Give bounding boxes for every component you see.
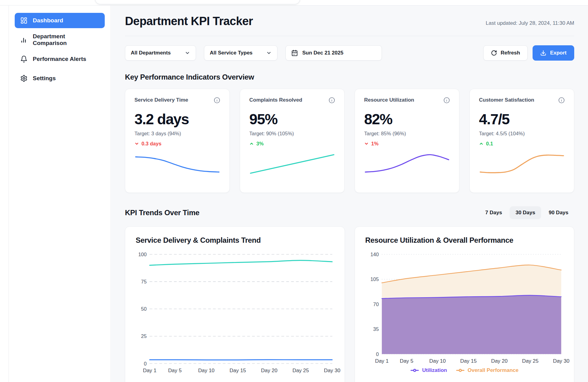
sparkline-chart xyxy=(249,152,335,177)
dashboard-grid-icon xyxy=(20,17,28,24)
kpi-delta: 1% xyxy=(364,141,450,147)
trend-direction-icon xyxy=(249,141,254,146)
sidebar-item-performance-alerts[interactable]: Performance Alerts xyxy=(15,51,105,67)
refresh-icon xyxy=(491,50,497,56)
legend-item-overall-performance[interactable]: Overall Performance xyxy=(456,367,518,373)
svg-text:Day 10: Day 10 xyxy=(198,368,215,373)
area-chart: 03570105140Day 1Day 5Day 10Day 15Day 20D… xyxy=(365,251,564,365)
legend-marker-icon xyxy=(456,369,465,372)
download-icon xyxy=(540,50,546,56)
kpi-card-service-delivery-time: Service Delivery Time 3.2 days Target: 3… xyxy=(125,89,230,193)
bell-icon xyxy=(20,55,28,63)
chart-title: Resource Utilization & Overall Performan… xyxy=(365,236,564,245)
service-delivery-complaints-chart-card: Service Delivery & Complaints Trend 0255… xyxy=(125,227,345,382)
kpi-card-title: Customer Satisfaction xyxy=(479,97,534,103)
svg-text:25: 25 xyxy=(141,333,147,339)
sparkline-chart xyxy=(134,152,220,177)
kpi-card-title: Complaints Resolved xyxy=(249,97,302,103)
legend-item-utilization[interactable]: Utilization xyxy=(410,367,447,373)
svg-text:Day 15: Day 15 xyxy=(230,368,246,373)
chevron-down-icon xyxy=(185,50,190,56)
svg-text:Day 20: Day 20 xyxy=(491,358,507,364)
legend-label: Utilization xyxy=(422,367,447,373)
date-picker-value: Sun Dec 21 2025 xyxy=(302,50,343,56)
last-updated-text: Last updated: July 28, 2024, 11:30 AM xyxy=(486,20,574,26)
svg-text:Day 15: Day 15 xyxy=(460,358,477,364)
trend-charts-grid: Service Delivery & Complaints Trend 0255… xyxy=(125,227,574,382)
range-30-days-button[interactable]: 30 Days xyxy=(510,206,541,219)
sidebar-item-label: Settings xyxy=(33,75,56,82)
department-filter-dropdown[interactable]: All Departments xyxy=(125,45,196,61)
sidebar-item-label: Department Comparison xyxy=(33,33,99,47)
svg-text:75: 75 xyxy=(141,279,147,284)
kpi-target: Target: 85% (96%) xyxy=(364,131,450,137)
sparkline-chart xyxy=(479,152,565,177)
service-type-filter-dropdown[interactable]: All Service Types xyxy=(204,45,277,61)
time-range-toggle: 7 Days 30 Days 90 Days xyxy=(480,206,574,219)
kpi-card-customer-satisfaction: Customer Satisfaction 4.7/5 Target: 4.5/… xyxy=(469,89,574,193)
svg-text:105: 105 xyxy=(370,276,379,282)
kpi-target: Target: 3 days (94%) xyxy=(134,131,220,137)
kpi-delta-value: 3% xyxy=(256,141,264,147)
refresh-button-label: Refresh xyxy=(501,50,520,56)
kpi-card-complaints-resolved: Complaints Resolved 95% Target: 90% (105… xyxy=(240,89,345,193)
info-icon[interactable] xyxy=(443,97,450,103)
legend-marker-icon xyxy=(410,369,419,372)
resource-utilization-performance-chart-card: Resource Utilization & Overall Performan… xyxy=(355,227,575,382)
svg-text:Day 5: Day 5 xyxy=(400,358,413,364)
sidebar-item-settings[interactable]: Settings xyxy=(15,71,105,86)
sidebar-item-department-comparison[interactable]: Department Comparison xyxy=(15,32,105,47)
trend-direction-icon xyxy=(134,141,139,146)
trends-header-row: KPI Trends Over Time 7 Days 30 Days 90 D… xyxy=(125,206,574,219)
info-icon[interactable] xyxy=(558,97,565,103)
kpi-target: Target: 4.5/5 (104%) xyxy=(479,131,565,137)
svg-text:0: 0 xyxy=(144,361,147,366)
svg-text:Day 10: Day 10 xyxy=(429,358,446,364)
service-type-filter-value: All Service Types xyxy=(210,50,253,56)
svg-text:35: 35 xyxy=(373,326,379,332)
kpi-delta-value: 0.3 days xyxy=(141,141,161,147)
kpi-delta-value: 0.1 xyxy=(486,141,493,147)
sidebar: Dashboard Department Comparison Performa… xyxy=(9,6,111,382)
info-icon[interactable] xyxy=(329,97,335,103)
kpi-value: 95% xyxy=(249,111,335,128)
kpi-value: 3.2 days xyxy=(134,111,220,128)
search-input[interactable] xyxy=(95,0,300,4)
range-7-days-button[interactable]: 7 Days xyxy=(480,206,508,219)
main-content: Department KPI Tracker Last updated: Jul… xyxy=(111,6,588,382)
date-picker[interactable]: Sun Dec 21 2025 xyxy=(285,45,382,61)
kpi-card-resource-utilization: Resource Utilization 82% Target: 85% (96… xyxy=(355,89,459,193)
kpi-value: 82% xyxy=(364,111,450,128)
sidebar-item-dashboard[interactable]: Dashboard xyxy=(15,13,105,28)
svg-text:70: 70 xyxy=(373,301,379,307)
refresh-button[interactable]: Refresh xyxy=(483,45,528,61)
export-button-label: Export xyxy=(550,50,567,56)
kpi-card-title: Resource Utilization xyxy=(364,97,414,103)
kpi-delta-value: 1% xyxy=(371,141,379,147)
department-filter-value: All Departments xyxy=(131,50,171,56)
info-icon[interactable] xyxy=(214,97,220,103)
svg-text:Day 5: Day 5 xyxy=(168,368,182,373)
sparkline-chart xyxy=(364,152,450,177)
kpi-cards-grid: Service Delivery Time 3.2 days Target: 3… xyxy=(125,89,574,193)
trends-section-heading: KPI Trends Over Time xyxy=(125,208,199,217)
svg-text:0: 0 xyxy=(376,351,379,357)
kpi-delta: 3% xyxy=(249,141,335,147)
top-bar xyxy=(0,0,588,6)
export-button[interactable]: Export xyxy=(533,45,574,61)
chart-title: Service Delivery & Complaints Trend xyxy=(136,236,334,245)
trend-direction-icon xyxy=(479,141,484,146)
svg-text:Day 20: Day 20 xyxy=(261,368,277,373)
range-90-days-button[interactable]: 90 Days xyxy=(543,206,574,219)
page-header: Department KPI Tracker Last updated: Jul… xyxy=(125,6,574,36)
chevron-down-icon xyxy=(266,50,272,56)
chart-legend: Utilization Overall Performance xyxy=(365,367,564,373)
kpi-card-title: Service Delivery Time xyxy=(134,97,188,103)
svg-text:140: 140 xyxy=(370,252,379,257)
calendar-icon xyxy=(291,50,298,56)
legend-label: Overall Performance xyxy=(468,367,518,373)
kpi-delta: 0.1 xyxy=(479,141,565,147)
filter-toolbar: All Departments All Service Types Sun De… xyxy=(125,45,574,61)
line-chart: 0255075100Day 1Day 5Day 10Day 15Day 20Da… xyxy=(136,251,334,374)
svg-text:100: 100 xyxy=(138,252,146,257)
